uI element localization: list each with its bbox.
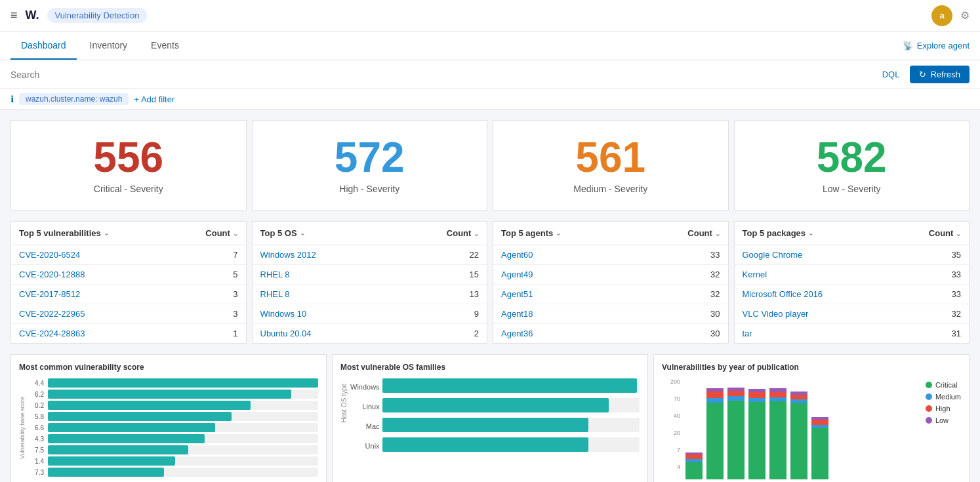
row-label-0-3[interactable]: CVE-2022-22965 xyxy=(19,309,85,319)
sort-icon-0[interactable]: ⌄ xyxy=(104,230,109,237)
filter-tag[interactable]: wazuh.cluster.name: wazuh xyxy=(19,93,129,105)
row-label-3-4[interactable]: tar xyxy=(743,329,752,338)
sort-icon-1[interactable]: ⌄ xyxy=(300,230,305,237)
bar-fill-2 xyxy=(48,401,251,410)
refresh-button[interactable]: ↻ Refresh xyxy=(910,66,970,83)
row-label-1-3[interactable]: Windows 10 xyxy=(260,309,307,319)
row-label-2-0[interactable]: Agent60 xyxy=(501,250,533,260)
row-label-2-3[interactable]: Agent18 xyxy=(501,309,533,319)
row-label-3-3[interactable]: VLC Video player xyxy=(743,309,809,319)
bar-label-5: 4.3 xyxy=(28,435,44,443)
add-filter-button[interactable]: + Add filter xyxy=(134,94,174,104)
filter-bar: ℹ wazuh.cluster.name: wazuh + Add filter xyxy=(0,89,980,110)
os-bar-track xyxy=(382,378,640,393)
os-chart-body: Host OS typeWindowsLinuxMacUnix xyxy=(340,378,640,453)
dql-button[interactable]: DQL xyxy=(882,70,900,79)
filter-icon: ℹ xyxy=(10,94,14,104)
low-label: Low - Severity xyxy=(823,184,881,194)
data-table-2: Top 5 agents ⌄ Count ⌄ Agent60 33 Agent4… xyxy=(493,221,729,344)
col-sort-icon-1[interactable]: ⌄ xyxy=(474,230,479,237)
medium-seg-1 xyxy=(706,398,724,403)
critical-seg-4 xyxy=(769,401,786,479)
avatar[interactable]: a xyxy=(931,5,952,26)
row-count-3-0: 35 xyxy=(952,250,961,260)
row-label-0-2[interactable]: CVE-2017-8512 xyxy=(19,289,80,299)
bar-row-0: 4.4 xyxy=(28,378,318,388)
bar-label-8: 7.3 xyxy=(28,469,44,476)
medium-seg-2 xyxy=(727,396,745,401)
row-label-0-4[interactable]: CVE-2024-28863 xyxy=(19,329,85,338)
by-year-chart: Vulnerabilities by year of publication20… xyxy=(653,354,970,482)
bar-track-2 xyxy=(48,401,318,410)
row-label-3-2[interactable]: Microsoft Office 2016 xyxy=(743,289,823,299)
stat-card-critical: 556 Critical - Severity xyxy=(10,120,247,211)
bar-fill-1 xyxy=(48,390,291,399)
row-count-3-2: 33 xyxy=(952,289,961,299)
row-count-1-4: 2 xyxy=(474,329,479,338)
tab-inventory[interactable]: Inventory xyxy=(79,32,138,60)
stat-card-low: 582 Low - Severity xyxy=(734,120,970,211)
os-label-Unix: Unix xyxy=(365,439,380,453)
top-nav-right: a ⚙ xyxy=(931,5,970,26)
tab-dashboard[interactable]: Dashboard xyxy=(10,32,77,60)
col-sort-icon-2[interactable]: ⌄ xyxy=(715,230,720,237)
row-label-2-4[interactable]: Agent36 xyxy=(501,329,533,338)
table-row: Google Chrome 35 xyxy=(735,245,970,265)
sort-icon-2[interactable]: ⌄ xyxy=(556,230,561,237)
row-count-1-1: 15 xyxy=(470,270,479,279)
year-bar-group-4 xyxy=(769,388,786,481)
year-bar-group-2 xyxy=(727,388,745,481)
y-label: 70 xyxy=(662,395,680,402)
legend-dot-High xyxy=(926,405,932,412)
search-input[interactable] xyxy=(10,70,877,80)
critical-seg-2 xyxy=(727,401,745,479)
year-bar-group-6 xyxy=(811,417,828,481)
row-count-0-1: 5 xyxy=(233,270,237,279)
y-label: 20 xyxy=(662,430,680,436)
col-sort-icon-3[interactable]: ⌄ xyxy=(956,230,961,237)
row-label-0-0[interactable]: CVE-2020-6524 xyxy=(19,250,80,260)
bar-fill-5 xyxy=(48,434,205,443)
medium-count: 561 xyxy=(575,136,645,178)
table-header-2: Top 5 agents ⌄ Count ⌄ xyxy=(493,222,728,245)
bar-label-0: 4.4 xyxy=(28,380,44,387)
sort-icon-3[interactable]: ⌄ xyxy=(808,230,813,237)
table-row: RHEL 8 15 xyxy=(253,265,487,285)
tab-events[interactable]: Events xyxy=(140,32,190,60)
table-row: Agent18 30 xyxy=(493,304,728,324)
year-y-axis: 20070402074 xyxy=(662,378,680,481)
bar-row-2: 0.2 xyxy=(28,401,318,410)
row-label-1-1[interactable]: RHEL 8 xyxy=(260,270,290,279)
col-sort-icon-0[interactable]: ⌄ xyxy=(233,230,238,237)
y-label: 7 xyxy=(662,447,680,453)
row-label-1-2[interactable]: RHEL 8 xyxy=(260,289,290,299)
critical-seg-3 xyxy=(748,402,766,479)
high-seg-4 xyxy=(769,392,786,397)
chart-title-score: Most common vulnerability score xyxy=(19,363,318,372)
top-navigation: ≡ W. Vulnerability Detection a ⚙ xyxy=(0,0,980,31)
row-count-3-1: 33 xyxy=(952,270,961,279)
table-row: Agent49 32 xyxy=(493,265,728,285)
explore-agent-button[interactable]: 📡 Explore agent xyxy=(903,41,970,50)
table-row: Agent36 30 xyxy=(493,324,728,343)
stat-card-medium: 561 Medium - Severity xyxy=(493,120,729,211)
table-row: VLC Video player 32 xyxy=(735,304,970,324)
settings-icon[interactable]: ⚙ xyxy=(960,9,970,22)
row-label-1-0[interactable]: Windows 2012 xyxy=(260,250,316,260)
os-chart-inner: WindowsLinuxMacUnix xyxy=(350,378,640,453)
table-row: Ubuntu 20.04 2 xyxy=(253,324,487,343)
legend-label-Low: Low xyxy=(935,416,949,424)
hamburger-menu[interactable]: ≡ xyxy=(10,9,18,22)
row-label-3-1[interactable]: Kernel xyxy=(743,270,767,279)
row-label-2-1[interactable]: Agent49 xyxy=(501,270,533,279)
row-label-1-4[interactable]: Ubuntu 20.04 xyxy=(260,329,312,338)
row-label-0-1[interactable]: CVE-2020-12888 xyxy=(19,270,85,279)
row-label-2-2[interactable]: Agent51 xyxy=(501,289,533,299)
table-header-1: Top 5 OS ⌄ Count ⌄ xyxy=(253,222,487,245)
bar-track-8 xyxy=(48,468,318,477)
table-row: Kernel 33 xyxy=(735,265,970,285)
bar-chart-score: 4.4 6.2 0.2 5.8 6.6 4.3 xyxy=(28,378,318,477)
high-seg-0 xyxy=(685,454,703,459)
legend-dot-Low xyxy=(926,417,932,424)
row-label-3-0[interactable]: Google Chrome xyxy=(743,250,803,260)
